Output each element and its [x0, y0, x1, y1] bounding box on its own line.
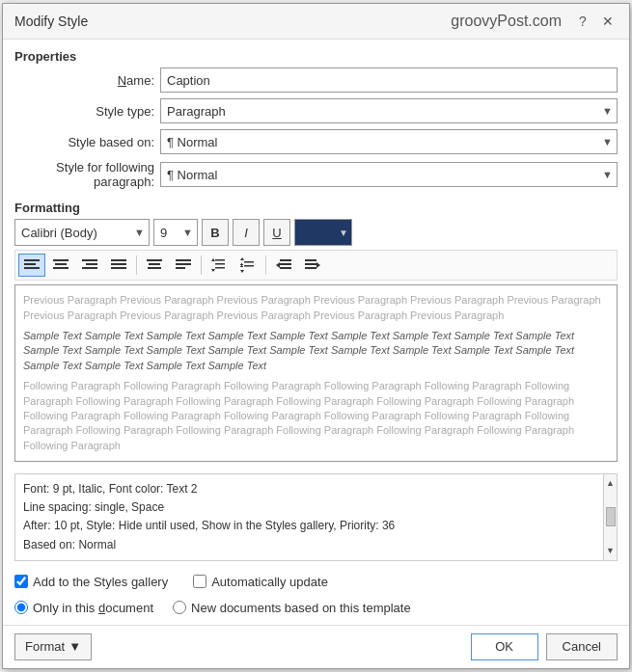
- svg-rect-1: [24, 263, 36, 265]
- indent-increase-button[interactable]: [299, 254, 326, 277]
- new-docs-radio[interactable]: [173, 601, 186, 614]
- style-based-on-select[interactable]: ¶ Normal: [161, 130, 617, 153]
- svg-rect-3: [53, 259, 69, 261]
- only-this-doc-group[interactable]: Only in this document: [14, 601, 153, 615]
- svg-rect-8: [82, 267, 97, 269]
- new-docs-label: New documents based on this template: [191, 601, 411, 615]
- align-justify2-icon: [176, 258, 191, 272]
- indent-decrease-icon: [276, 258, 291, 272]
- svg-rect-16: [176, 263, 191, 265]
- info-line2: Line spacing: single, Space: [23, 498, 609, 517]
- ok-button[interactable]: OK: [471, 633, 538, 660]
- align-center-button[interactable]: [47, 254, 74, 277]
- svg-rect-0: [24, 259, 40, 261]
- svg-rect-30: [240, 266, 243, 267]
- format-arrow: ▼: [69, 639, 81, 654]
- alignment-toolbar: [14, 250, 618, 281]
- formatting-section: Formatting Calibri (Body) ▼ 9 ▼ B I U: [14, 197, 618, 462]
- add-to-gallery-label: Add to the Styles gallery: [33, 575, 168, 589]
- align-divider-1: [136, 255, 137, 275]
- svg-marker-21: [211, 258, 215, 261]
- align-justify-button[interactable]: [105, 254, 132, 277]
- align-divider-2: [201, 255, 202, 275]
- dialog-title: Modify Style: [14, 13, 88, 29]
- auto-update-group[interactable]: Automatically update: [193, 575, 328, 589]
- only-this-doc-radio[interactable]: [14, 601, 28, 614]
- svg-rect-5: [53, 267, 69, 269]
- name-value: Caption: [160, 67, 618, 93]
- indent-decrease-button[interactable]: [270, 254, 297, 277]
- font-color-arrow: ▼: [339, 228, 348, 238]
- svg-rect-33: [280, 267, 291, 269]
- help-icon[interactable]: ?: [573, 12, 592, 31]
- align-distributed-button[interactable]: [141, 254, 168, 277]
- name-label: Name:: [14, 73, 154, 88]
- title-bar: Modify Style groovyPost.com ? ✕: [3, 4, 629, 40]
- new-docs-group[interactable]: New documents based on this template: [173, 601, 411, 615]
- svg-rect-2: [24, 267, 40, 269]
- auto-update-label: Automatically update: [211, 575, 328, 589]
- svg-rect-10: [111, 263, 126, 265]
- preview-sample: Sample Text Sample Text Sample Text Samp…: [23, 329, 609, 373]
- cancel-button[interactable]: Cancel: [546, 633, 618, 660]
- footer: Format ▼ OK Cancel: [3, 625, 629, 668]
- scroll-down-icon[interactable]: ▼: [604, 542, 617, 559]
- style-following-label: Style for following paragraph:: [14, 160, 154, 189]
- title-bar-icons: ? ✕: [573, 12, 618, 31]
- info-scrollbar[interactable]: ▲ ▼: [603, 474, 617, 560]
- svg-marker-26: [240, 270, 244, 273]
- font-name-select-wrapper[interactable]: Calibri (Body) ▼: [14, 219, 150, 246]
- underline-button[interactable]: U: [263, 219, 290, 246]
- svg-rect-15: [176, 259, 191, 261]
- format-button[interactable]: Format ▼: [14, 633, 92, 660]
- bold-button[interactable]: B: [202, 219, 229, 246]
- svg-rect-17: [176, 267, 185, 269]
- font-name-select[interactable]: Calibri (Body): [15, 224, 149, 242]
- align-right-icon: [82, 258, 97, 272]
- radio-row: Only in this document New documents base…: [14, 601, 618, 615]
- align-divider-3: [265, 255, 266, 275]
- style-type-select[interactable]: Paragraph: [161, 99, 617, 122]
- align-left-icon: [24, 258, 40, 272]
- para-spacing-icon: [240, 257, 256, 273]
- properties-label: Properties: [14, 49, 618, 64]
- checkbox-row: Add to the Styles gallery Automatically …: [14, 575, 618, 589]
- align-justify2-button[interactable]: [170, 254, 197, 277]
- add-to-gallery-group[interactable]: Add to the Styles gallery: [14, 575, 168, 589]
- align-left-button[interactable]: [18, 254, 45, 277]
- svg-rect-31: [280, 259, 291, 261]
- title-bar-right: groovyPost.com ? ✕: [451, 12, 618, 31]
- scroll-up-icon[interactable]: ▲: [604, 474, 617, 492]
- style-following-select-wrapper[interactable]: ¶ Normal ▼: [160, 162, 618, 187]
- scroll-thumb[interactable]: [606, 507, 616, 526]
- svg-rect-29: [240, 264, 243, 265]
- style-based-on-select-wrapper[interactable]: ¶ Normal ▼: [160, 129, 618, 154]
- para-spacing-button[interactable]: [234, 254, 261, 277]
- auto-update-checkbox[interactable]: [193, 575, 206, 588]
- svg-rect-7: [86, 263, 97, 265]
- svg-rect-37: [305, 267, 316, 269]
- font-color-button[interactable]: ▼: [294, 219, 352, 246]
- svg-marker-34: [276, 262, 280, 268]
- svg-rect-6: [82, 259, 97, 261]
- italic-button[interactable]: I: [233, 219, 260, 246]
- style-following-select[interactable]: ¶ Normal: [161, 163, 617, 186]
- svg-rect-32: [280, 263, 291, 265]
- close-icon[interactable]: ✕: [598, 12, 618, 31]
- align-right-button[interactable]: [76, 254, 103, 277]
- svg-rect-36: [305, 263, 316, 265]
- preview-follow-para: Following Paragraph Following Paragraph …: [23, 379, 609, 453]
- add-to-gallery-checkbox[interactable]: [14, 575, 28, 588]
- svg-rect-9: [111, 259, 126, 261]
- font-size-select[interactable]: 9: [154, 224, 197, 242]
- font-size-select-wrapper[interactable]: 9 ▼: [153, 219, 198, 246]
- style-type-label: Style type:: [14, 104, 154, 119]
- svg-rect-13: [149, 263, 160, 265]
- format-label: Format: [25, 639, 65, 654]
- svg-rect-12: [147, 259, 162, 261]
- svg-rect-18: [215, 259, 225, 261]
- preview-prev-para: Previous Paragraph Previous Paragraph Pr…: [23, 293, 609, 323]
- info-area: Font: 9 pt, Italic, Font color: Text 2 L…: [14, 473, 618, 561]
- style-type-select-wrapper[interactable]: Paragraph ▼: [160, 98, 618, 123]
- line-spacing-button[interactable]: [206, 254, 233, 277]
